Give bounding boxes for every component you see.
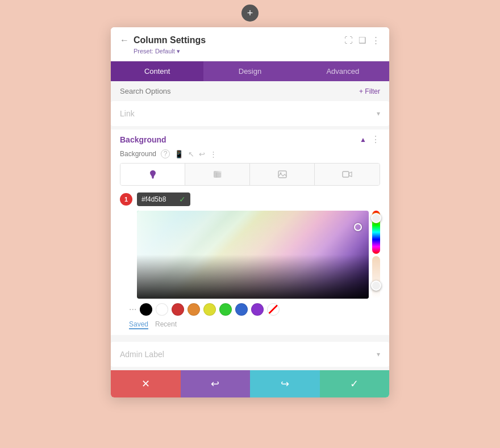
svg-rect-4 (278, 171, 286, 178)
color-picker-area: 1 ✓ (120, 192, 380, 335)
tab-content[interactable]: Content (111, 61, 203, 81)
cancel-button[interactable]: ✕ (111, 370, 181, 397)
admin-label-arrow: ▾ (377, 350, 380, 358)
swatch-black[interactable] (140, 303, 152, 316)
preset-label: Preset: Default (134, 48, 175, 55)
swatch-yellow[interactable] (203, 303, 216, 316)
bg-type-image[interactable] (250, 164, 315, 185)
swatch-orange[interactable] (188, 303, 200, 316)
svg-text:▤: ▤ (215, 171, 221, 178)
saved-recent-tabs: Saved Recent (120, 320, 380, 335)
svg-rect-6 (343, 171, 349, 177)
hex-input[interactable] (141, 195, 176, 203)
swatch-purple[interactable] (251, 303, 264, 316)
expand-icon[interactable]: ⛶ (344, 35, 353, 45)
sliders-column (372, 211, 380, 299)
panel-body: + Filter Link ▾ Background ▲ ⋮ Backgroun… (111, 81, 389, 370)
admin-label-title: Admin Label (120, 350, 164, 359)
bg-device-icon[interactable]: 📱 (174, 150, 184, 158)
opacity-slider[interactable] (372, 256, 380, 299)
panel-title: Column Settings (134, 35, 206, 45)
swatch-blue[interactable] (235, 303, 248, 316)
back-button[interactable]: ← (120, 35, 129, 45)
tab-advanced[interactable]: Advanced (297, 61, 389, 81)
swatch-red[interactable] (172, 303, 184, 316)
bg-reset-icon[interactable]: ↩ (199, 150, 205, 158)
hex-confirm-icon[interactable]: ✓ (179, 195, 186, 204)
bg-type-gradient[interactable]: ▤ (185, 164, 250, 185)
background-more-icon[interactable]: ⋮ (371, 134, 380, 145)
redo-button[interactable]: ↪ (250, 370, 320, 397)
bg-cursor-icon[interactable]: ↖ (188, 150, 194, 158)
save-button[interactable]: ✓ (320, 370, 390, 397)
background-label-row: Background ? 📱 ↖ ↩ ⋮ (111, 149, 389, 163)
hue-slider[interactable] (372, 211, 380, 254)
link-collapse-arrow: ▾ (377, 110, 380, 118)
column-settings-panel: ← Column Settings ⛶ ❑ ⋮ Preset: Default … (111, 27, 389, 397)
swatches-row: ··· (120, 299, 380, 320)
link-section-header[interactable]: Link ▾ (111, 101, 389, 126)
background-field-label: Background (120, 150, 156, 158)
swatch-green[interactable] (219, 303, 232, 316)
search-input[interactable] (120, 87, 359, 95)
background-collapse-arrow[interactable]: ▲ (360, 136, 366, 144)
saved-tab[interactable]: Saved (129, 320, 148, 329)
bg-help-icon[interactable]: ? (161, 149, 170, 158)
link-section: Link ▾ (111, 101, 389, 126)
tab-design[interactable]: Design (203, 61, 296, 81)
link-section-title: Link (120, 109, 135, 118)
admin-label-section: Admin Label ▾ (111, 342, 389, 367)
bg-options-icon[interactable]: ⋮ (210, 150, 217, 158)
opacity-thumb[interactable] (371, 280, 381, 291)
more-icon[interactable]: ⋮ (372, 35, 380, 45)
filter-button[interactable]: + Filter (359, 87, 380, 95)
bg-type-video[interactable] (315, 164, 380, 185)
add-button[interactable]: + (241, 5, 259, 22)
recent-tab[interactable]: Recent (155, 320, 177, 329)
bg-type-color[interactable] (120, 164, 185, 185)
swatch-more-icon[interactable]: ··· (129, 304, 136, 315)
swatch-eraser[interactable] (267, 303, 280, 316)
admin-label-header[interactable]: Admin Label ▾ (111, 342, 389, 367)
color-cursor[interactable] (354, 223, 362, 231)
svg-rect-1 (152, 178, 153, 179)
hex-input-wrap: ✓ (137, 192, 190, 206)
hue-thumb[interactable] (371, 213, 381, 223)
step-indicator: 1 (120, 193, 132, 206)
swatch-white[interactable] (156, 303, 168, 316)
bottom-bar: ✕ ↩ ↪ ✓ (111, 370, 389, 397)
background-section: Background ▲ ⋮ Background ? 📱 ↖ ↩ ⋮ (111, 129, 389, 335)
color-field[interactable] (137, 211, 369, 299)
background-section-title: Background (120, 135, 166, 144)
svg-rect-0 (152, 177, 154, 178)
search-row: + Filter (111, 81, 389, 101)
split-icon[interactable]: ❑ (359, 35, 366, 45)
tab-bar: Content Design Advanced (111, 61, 389, 81)
preset-arrow[interactable]: ▾ (177, 48, 180, 55)
bg-type-tabs: ▤ (120, 163, 380, 186)
panel-header: ← Column Settings ⛶ ❑ ⋮ Preset: Default … (111, 27, 389, 61)
undo-button[interactable]: ↩ (181, 370, 251, 397)
